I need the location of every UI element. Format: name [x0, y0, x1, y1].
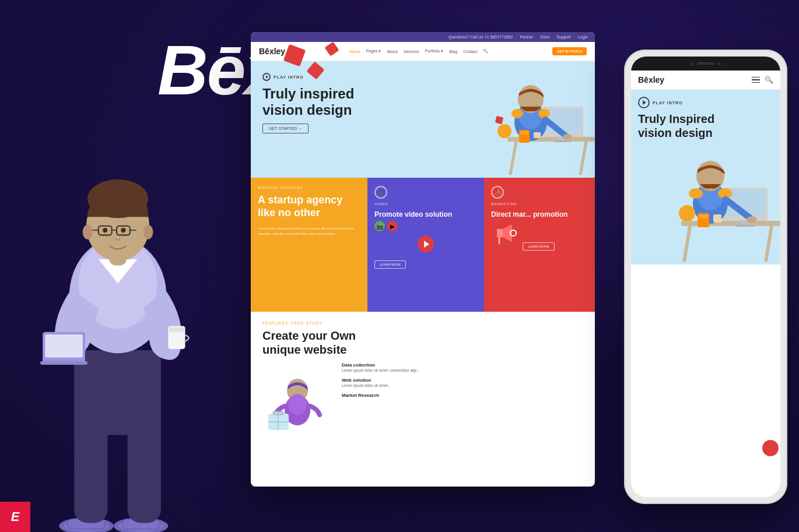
- red-ball-decoration: [762, 440, 779, 456]
- play-intro-label: PLAY INTRO: [274, 75, 304, 79]
- case-item-3-title: Market Research: [342, 393, 420, 398]
- svg-point-28: [83, 225, 93, 239]
- desktop-cta-button[interactable]: GET IN TOUCH: [552, 47, 587, 55]
- mobile-camera-dot2: [718, 62, 721, 65]
- hero-get-started-btn[interactable]: GET STARTED →: [262, 124, 309, 133]
- svg-point-75: [679, 205, 695, 221]
- svg-point-29: [143, 225, 153, 239]
- marketing-icon: [491, 186, 504, 199]
- nav-search-icon[interactable]: 🔍: [483, 49, 488, 54]
- hamburger-icon[interactable]: [752, 77, 760, 83]
- nav-about[interactable]: About: [387, 50, 397, 54]
- camera-icons-row: 🎬 ▶: [374, 221, 477, 231]
- mobile-nav: Bēxley 🔍: [631, 71, 780, 90]
- svg-point-27: [121, 228, 125, 232]
- elementor-badge: E: [0, 502, 30, 532]
- svg-point-26: [103, 228, 107, 232]
- mobile-speaker: [697, 62, 714, 65]
- svg-rect-59: [681, 221, 780, 226]
- video-play-button[interactable]: [418, 236, 434, 252]
- nav-portfolio[interactable]: Portfolio ▾: [425, 49, 444, 54]
- service-video-block: VIDEO Promote video solution 🎬 ▶ LEARN M…: [367, 178, 484, 312]
- case-item-data-collection: Data collection Lorem ipsum dolor sit am…: [342, 362, 420, 373]
- svg-line-61: [766, 226, 772, 262]
- mobile-hero-section: PLAY INTRO Truly Inspired vision design: [631, 90, 780, 265]
- play-circle-icon[interactable]: [262, 73, 271, 81]
- video-label: VIDEO: [374, 202, 477, 206]
- svg-rect-47: [495, 116, 504, 125]
- svg-rect-49: [497, 229, 503, 237]
- svg-point-71: [747, 216, 757, 223]
- service-marketing-block: MARKETING Direct mar... promotion LEARN …: [484, 178, 595, 312]
- mobile-camera-dot: [691, 62, 693, 65]
- mobile-notch: [631, 57, 780, 71]
- mobile-play-row: PLAY INTRO: [638, 97, 773, 108]
- case-item-1-title: Data collection: [342, 362, 420, 368]
- mobile-hero-figure: [670, 136, 780, 265]
- svg-rect-14: [45, 334, 82, 358]
- red-dot-icon: ▶: [387, 221, 398, 231]
- case-study-title: Create your Own unique website: [262, 329, 583, 357]
- svg-point-68: [689, 188, 703, 199]
- mobile-inner-screen: Bēxley 🔍: [631, 57, 780, 497]
- case-item-1-text: Lorem ipsum dolor sit amet, consectetur …: [342, 368, 420, 373]
- working-services-desc: Cum socle natoque penatibus et magnis di…: [258, 226, 360, 237]
- mobile-play-icon[interactable]: [638, 97, 650, 108]
- desktop-nav-logo: Bēxley: [259, 47, 285, 56]
- desktop-case-study-section: FEATURED CASE STUDY Create your Own uniq…: [251, 312, 595, 422]
- svg-line-32: [580, 142, 586, 175]
- mobile-hero-title: Truly Inspired vision design: [638, 112, 773, 140]
- desktop-services-section: WORKING SERVICES A startup agency like n…: [251, 178, 595, 312]
- working-services-label: WORKING SERVICES: [258, 186, 360, 189]
- topbar-partner: Partner: [520, 35, 533, 39]
- svg-point-42: [563, 134, 572, 140]
- nav-services[interactable]: Services: [404, 50, 419, 54]
- desktop-hero-section: PLAY INTRO Truly inspired vision design …: [251, 61, 595, 178]
- marketing-learn-more-btn[interactable]: LEARN MORE: [523, 242, 554, 251]
- megaphone-icon: [491, 219, 520, 248]
- topbar-docs: Docs: [540, 35, 549, 39]
- svg-rect-65: [736, 225, 755, 227]
- svg-rect-44: [520, 131, 528, 135]
- mobile-nav-logo: Bēxley: [638, 75, 664, 84]
- svg-line-60: [684, 226, 690, 262]
- desktop-mockup: Questions? Call Us +1 5857773952 Partner…: [251, 32, 595, 487]
- nav-home[interactable]: Home: [349, 50, 360, 54]
- mobile-nav-icons: 🔍: [752, 76, 773, 84]
- case-item-2-title: Web solution: [342, 378, 420, 383]
- video-title: Promote video solution: [374, 210, 477, 219]
- working-services-title: A startup agency like no other: [258, 194, 360, 219]
- case-study-label: FEATURED CASE STUDY: [262, 321, 583, 325]
- svg-point-54: [288, 394, 307, 415]
- svg-rect-36: [554, 140, 572, 142]
- mobile-search-icon[interactable]: 🔍: [765, 76, 773, 84]
- mobile-mockup: Bēxley 🔍: [624, 50, 787, 504]
- marketing-label: MARKETING: [491, 202, 588, 206]
- svg-rect-45: [534, 132, 541, 138]
- nav-blog[interactable]: Blog: [449, 50, 457, 54]
- nav-pages[interactable]: Pages ▾: [366, 49, 381, 54]
- mobile-play-label: PLAY INTRO: [653, 101, 683, 105]
- svg-point-39: [511, 109, 523, 118]
- case-item-2-text: Lorem ipsum dolor sit amet...: [342, 383, 420, 388]
- svg-line-31: [510, 142, 516, 175]
- svg-rect-74: [713, 214, 721, 223]
- nav-contact[interactable]: Contact: [463, 50, 477, 54]
- topbar-login: Login: [578, 35, 588, 39]
- headphone-icon: [374, 186, 387, 199]
- svg-point-46: [497, 124, 511, 138]
- case-item-web-solution: Web solution Lorem ipsum dolor sit amet.…: [342, 378, 420, 388]
- green-dot-icon: 🎬: [374, 221, 385, 231]
- service-working-block: WORKING SERVICES A startup agency like n…: [251, 178, 367, 312]
- svg-rect-73: [699, 214, 708, 219]
- case-item-market-research: Market Research: [342, 393, 420, 398]
- case-study-figure: [262, 362, 332, 432]
- topbar-support: Support: [556, 35, 571, 39]
- svg-rect-15: [40, 361, 87, 365]
- marketing-title: Direct mar... promotion: [491, 210, 588, 219]
- video-learn-more-btn[interactable]: LEARN MORE: [374, 260, 406, 269]
- topbar-phone: Questions? Call Us +1 5857773952: [448, 35, 513, 39]
- svg-rect-17: [169, 327, 184, 332]
- hero-desk-figure: [484, 67, 595, 175]
- desktop-topbar: Questions? Call Us +1 5857773952 Partner…: [251, 32, 595, 42]
